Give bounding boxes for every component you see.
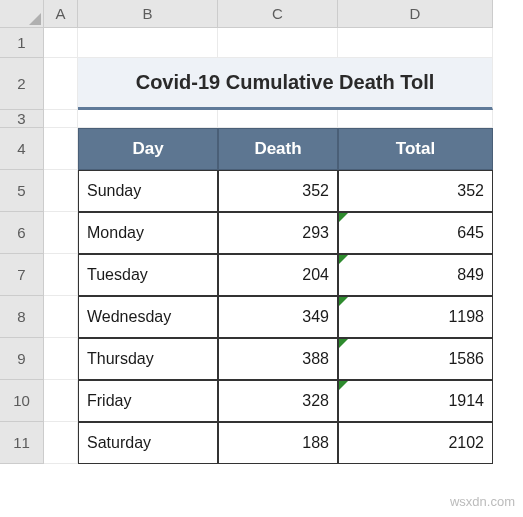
row-header-9[interactable]: 9 xyxy=(0,338,44,380)
row-header-3[interactable]: 3 xyxy=(0,110,44,128)
cell-a1[interactable] xyxy=(44,28,78,58)
table-cell-death[interactable]: 188 xyxy=(218,422,338,464)
col-header-c[interactable]: C xyxy=(218,0,338,28)
title-cell[interactable]: Covid-19 Cumulative Death Toll xyxy=(78,58,493,110)
row-header-4[interactable]: 4 xyxy=(0,128,44,170)
row-header-5[interactable]: 5 xyxy=(0,170,44,212)
row-header-7[interactable]: 7 xyxy=(0,254,44,296)
cell-a10[interactable] xyxy=(44,380,78,422)
table-cell-death[interactable]: 204 xyxy=(218,254,338,296)
table-header-total[interactable]: Total xyxy=(338,128,493,170)
cell-a3[interactable] xyxy=(44,110,78,128)
row-header-10[interactable]: 10 xyxy=(0,380,44,422)
cell-a5[interactable] xyxy=(44,170,78,212)
row-header-2[interactable]: 2 xyxy=(0,58,44,110)
table-cell-total[interactable]: 1198 xyxy=(338,296,493,338)
spreadsheet-grid: A B C D 1 2 Covid-19 Cumulative Death To… xyxy=(0,0,523,464)
col-header-b[interactable]: B xyxy=(78,0,218,28)
cell-a6[interactable] xyxy=(44,212,78,254)
table-cell-day[interactable]: Tuesday xyxy=(78,254,218,296)
table-cell-total[interactable]: 645 xyxy=(338,212,493,254)
table-cell-day[interactable]: Monday xyxy=(78,212,218,254)
table-cell-day[interactable]: Sunday xyxy=(78,170,218,212)
row-header-8[interactable]: 8 xyxy=(0,296,44,338)
table-cell-day[interactable]: Thursday xyxy=(78,338,218,380)
table-cell-death[interactable]: 293 xyxy=(218,212,338,254)
cell-a2[interactable] xyxy=(44,58,78,110)
table-cell-death[interactable]: 352 xyxy=(218,170,338,212)
select-all-corner[interactable] xyxy=(0,0,44,28)
cell-b3[interactable] xyxy=(78,110,218,128)
table-header-day[interactable]: Day xyxy=(78,128,218,170)
table-cell-total[interactable]: 1914 xyxy=(338,380,493,422)
table-cell-death[interactable]: 328 xyxy=(218,380,338,422)
row-header-1[interactable]: 1 xyxy=(0,28,44,58)
row-header-6[interactable]: 6 xyxy=(0,212,44,254)
cell-a4[interactable] xyxy=(44,128,78,170)
table-cell-day[interactable]: Saturday xyxy=(78,422,218,464)
table-cell-day[interactable]: Friday xyxy=(78,380,218,422)
col-header-a[interactable]: A xyxy=(44,0,78,28)
cell-a9[interactable] xyxy=(44,338,78,380)
table-cell-total[interactable]: 849 xyxy=(338,254,493,296)
cell-b1[interactable] xyxy=(78,28,218,58)
table-cell-total[interactable]: 2102 xyxy=(338,422,493,464)
cell-a11[interactable] xyxy=(44,422,78,464)
table-cell-day[interactable]: Wednesday xyxy=(78,296,218,338)
table-header-death[interactable]: Death xyxy=(218,128,338,170)
table-cell-total[interactable]: 352 xyxy=(338,170,493,212)
table-cell-death[interactable]: 349 xyxy=(218,296,338,338)
table-cell-total[interactable]: 1586 xyxy=(338,338,493,380)
cell-a7[interactable] xyxy=(44,254,78,296)
col-header-d[interactable]: D xyxy=(338,0,493,28)
watermark-text: wsxdn.com xyxy=(450,494,515,509)
cell-d1[interactable] xyxy=(338,28,493,58)
cell-c3[interactable] xyxy=(218,110,338,128)
cell-a8[interactable] xyxy=(44,296,78,338)
table-cell-death[interactable]: 388 xyxy=(218,338,338,380)
cell-d3[interactable] xyxy=(338,110,493,128)
row-header-11[interactable]: 11 xyxy=(0,422,44,464)
cell-c1[interactable] xyxy=(218,28,338,58)
